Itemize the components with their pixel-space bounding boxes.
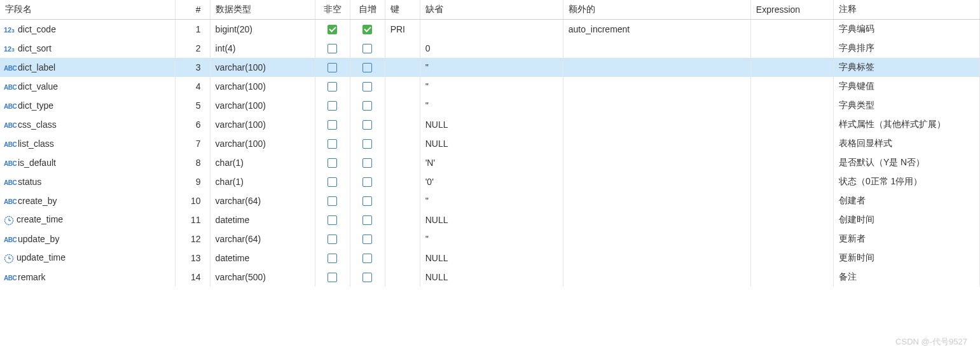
cell-autoinc[interactable]: [350, 39, 385, 58]
cell-type[interactable]: varchar(100): [210, 96, 315, 115]
cell-expr[interactable]: [750, 229, 833, 248]
cell-type[interactable]: varchar(100): [210, 115, 315, 134]
cell-extra[interactable]: [563, 134, 750, 153]
cell-default[interactable]: NULL: [420, 248, 563, 268]
cell-expr[interactable]: [750, 96, 833, 115]
cell-type[interactable]: datetime: [210, 210, 315, 229]
cell-type[interactable]: char(1): [210, 153, 315, 172]
cell-expr[interactable]: [750, 134, 833, 153]
cell-autoinc[interactable]: [350, 229, 385, 248]
columns-table[interactable]: 字段名 # 数据类型 非空 自增 键 缺省 额外的 Expression 注释 …: [0, 0, 980, 287]
autoinc-checkbox[interactable]: [362, 139, 372, 149]
header-key[interactable]: 键: [385, 0, 420, 20]
cell-comment[interactable]: 样式属性（其他样式扩展）: [833, 115, 979, 134]
cell-name[interactable]: ABClist_class: [0, 134, 175, 153]
cell-comment[interactable]: 字典类型: [833, 96, 979, 115]
cell-notnull[interactable]: [315, 172, 350, 191]
cell-extra[interactable]: [563, 210, 750, 229]
notnull-checkbox[interactable]: [328, 139, 337, 149]
notnull-checkbox[interactable]: [328, 177, 337, 187]
cell-autoinc[interactable]: [350, 20, 385, 39]
autoinc-checkbox[interactable]: [362, 25, 372, 34]
cell-default[interactable]: '': [420, 58, 563, 77]
table-row[interactable]: ABCdict_type5varchar(100)''字典类型: [0, 96, 980, 115]
cell-type[interactable]: varchar(500): [210, 268, 315, 287]
cell-type[interactable]: varchar(64): [210, 229, 315, 248]
cell-default[interactable]: 'N': [420, 153, 563, 172]
cell-default[interactable]: '': [420, 229, 563, 248]
cell-notnull[interactable]: [315, 248, 350, 268]
cell-name[interactable]: ABCcreate_by: [0, 191, 175, 210]
cell-default[interactable]: '0': [420, 172, 563, 191]
notnull-checkbox[interactable]: [328, 44, 337, 53]
notnull-checkbox[interactable]: [328, 235, 337, 244]
cell-comment[interactable]: 字典标签: [833, 58, 979, 77]
cell-type[interactable]: datetime: [210, 248, 315, 268]
cell-notnull[interactable]: [315, 77, 350, 96]
cell-notnull[interactable]: [315, 115, 350, 134]
cell-expr[interactable]: [750, 210, 833, 229]
cell-notnull[interactable]: [315, 134, 350, 153]
cell-comment[interactable]: 字典键值: [833, 77, 979, 96]
cell-extra[interactable]: [563, 58, 750, 77]
cell-expr[interactable]: [750, 248, 833, 268]
cell-autoinc[interactable]: [350, 191, 385, 210]
cell-notnull[interactable]: [315, 268, 350, 287]
cell-notnull[interactable]: [315, 153, 350, 172]
cell-autoinc[interactable]: [350, 153, 385, 172]
cell-extra[interactable]: [563, 191, 750, 210]
cell-expr[interactable]: [750, 77, 833, 96]
cell-name[interactable]: ABCdict_label: [0, 58, 175, 77]
table-row[interactable]: create_time11datetimeNULL创建时间: [0, 210, 980, 229]
cell-comment[interactable]: 字典排序: [833, 39, 979, 58]
header-expr[interactable]: Expression: [750, 0, 833, 20]
cell-comment[interactable]: 更新时间: [833, 248, 979, 268]
cell-autoinc[interactable]: [350, 172, 385, 191]
cell-expr[interactable]: [750, 153, 833, 172]
cell-autoinc[interactable]: [350, 134, 385, 153]
cell-comment[interactable]: 表格回显样式: [833, 134, 979, 153]
table-row[interactable]: 123dict_sort2int(4)0字典排序: [0, 39, 980, 58]
cell-comment[interactable]: 创建时间: [833, 210, 979, 229]
header-extra[interactable]: 额外的: [563, 0, 750, 20]
cell-notnull[interactable]: [315, 96, 350, 115]
autoinc-checkbox[interactable]: [362, 44, 372, 53]
cell-default[interactable]: [420, 20, 563, 39]
cell-autoinc[interactable]: [350, 210, 385, 229]
cell-expr[interactable]: [750, 58, 833, 77]
cell-name[interactable]: ABCremark: [0, 268, 175, 287]
cell-type[interactable]: varchar(100): [210, 77, 315, 96]
header-num[interactable]: #: [175, 0, 210, 20]
notnull-checkbox[interactable]: [328, 196, 337, 206]
cell-name[interactable]: ABCstatus: [0, 172, 175, 191]
autoinc-checkbox[interactable]: [362, 215, 372, 225]
notnull-checkbox[interactable]: [328, 63, 337, 72]
cell-autoinc[interactable]: [350, 58, 385, 77]
table-row[interactable]: ABCstatus9char(1)'0'状态（0正常 1停用）: [0, 172, 980, 191]
header-name[interactable]: 字段名: [0, 0, 175, 20]
cell-extra[interactable]: [563, 153, 750, 172]
cell-extra[interactable]: auto_increment: [563, 20, 750, 39]
table-row[interactable]: ABCdict_value4varchar(100)''字典键值: [0, 77, 980, 96]
cell-autoinc[interactable]: [350, 248, 385, 268]
notnull-checkbox[interactable]: [328, 215, 337, 225]
cell-expr[interactable]: [750, 172, 833, 191]
cell-expr[interactable]: [750, 191, 833, 210]
cell-default[interactable]: 0: [420, 39, 563, 58]
cell-type[interactable]: varchar(64): [210, 191, 315, 210]
cell-name[interactable]: update_time: [0, 248, 175, 268]
notnull-checkbox[interactable]: [328, 254, 337, 263]
cell-default[interactable]: NULL: [420, 115, 563, 134]
cell-extra[interactable]: [563, 268, 750, 287]
notnull-checkbox[interactable]: [328, 158, 337, 168]
cell-default[interactable]: NULL: [420, 268, 563, 287]
cell-comment[interactable]: 是否默认（Y是 N否）: [833, 153, 979, 172]
notnull-checkbox[interactable]: [328, 273, 337, 282]
cell-type[interactable]: bigint(20): [210, 20, 315, 39]
cell-comment[interactable]: 更新者: [833, 229, 979, 248]
autoinc-checkbox[interactable]: [362, 120, 372, 130]
cell-name[interactable]: 123dict_sort: [0, 39, 175, 58]
table-row[interactable]: update_time13datetimeNULL更新时间: [0, 248, 980, 268]
autoinc-checkbox[interactable]: [362, 273, 372, 282]
autoinc-checkbox[interactable]: [362, 177, 372, 187]
